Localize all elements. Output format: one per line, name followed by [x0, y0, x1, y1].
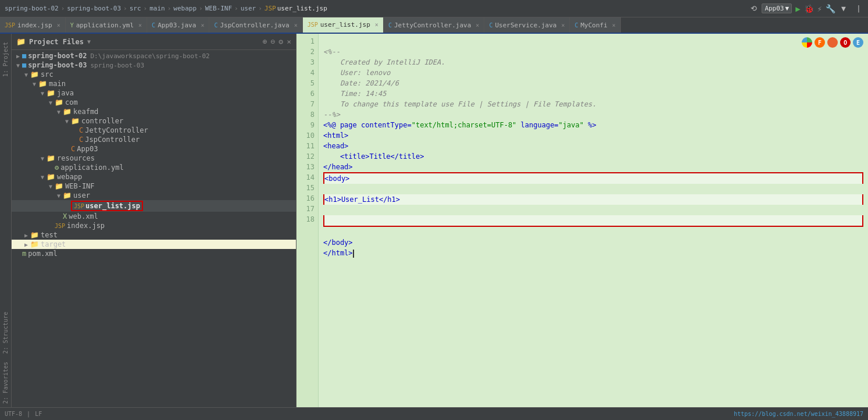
tree-item-user-list-jsp[interactable]: ▶ JSP user_list.jsp — [12, 200, 296, 212]
tree-label-keafmd: keafmd — [73, 108, 98, 116]
yml-icon: ⚙ — [55, 163, 59, 172]
tree-item-resources[interactable]: ▼ 📁 resources — [12, 154, 296, 163]
tab-jspcontroller-java[interactable]: C JspController.java × — [209, 17, 302, 33]
breadcrumb-src[interactable]: src — [130, 5, 141, 12]
tab-label-index-jsp: index.jsp — [17, 22, 52, 29]
tree-item-web-xml[interactable]: ▶ X web.xml — [12, 212, 296, 221]
tree-item-webapp[interactable]: ▼ 📁 webapp — [12, 172, 296, 181]
debug-button[interactable]: 🐞 — [804, 4, 814, 13]
profile-button[interactable]: 🔧 — [826, 4, 835, 13]
breadcrumb-file[interactable]: JSPuser_list.jsp — [265, 5, 327, 12]
tree-item-controller[interactable]: ▼ 📁 controller — [12, 116, 296, 126]
tree-arrow-keafmd[interactable]: ▼ — [55, 109, 63, 115]
tree-item-test[interactable]: ▶ 📁 test — [12, 230, 296, 240]
tab-jettycontroller-java[interactable]: C JettyController.java × — [384, 17, 485, 33]
tree-item-jspcontroller[interactable]: ▶ C JspController — [12, 135, 296, 144]
tree-item-webinf[interactable]: ▼ 📁 WEB-INF — [12, 181, 296, 191]
tree-arrow-spring-boot-02[interactable]: ▶ — [14, 53, 22, 59]
tree-arrow-main[interactable]: ▼ — [30, 81, 38, 87]
line-num-2: 2 — [299, 47, 315, 57]
code-editor[interactable]: <%-- Created by IntelliJ IDEA. User: len… — [319, 34, 868, 407]
tree-item-com[interactable]: ▼ 📁 com — [12, 98, 296, 107]
status-url[interactable]: https://blog.csdn.net/weixin_43888917 — [734, 411, 863, 417]
run-button[interactable]: ▶ — [795, 4, 800, 13]
project-dropdown-icon[interactable]: ▼ — [87, 38, 91, 45]
sidebar-favorites-label[interactable]: 2: Favorites — [1, 358, 10, 407]
locate-icon[interactable]: ⊕ — [263, 37, 267, 46]
folder-icon-keafmd: 📁 — [63, 108, 72, 116]
tree-item-spring-boot-02[interactable]: ▶ ■ spring-boot-02 D:\javaworkspace\spri… — [12, 51, 296, 60]
breadcrumb-spring-boot-02[interactable]: spring-boot-02 — [5, 5, 59, 12]
line-18 — [323, 259, 327, 268]
tree-item-index-jsp2[interactable]: ▶ JSP index.jsp — [12, 221, 296, 230]
tab-icon-user-list: JSP — [308, 22, 318, 28]
tab-close-application-yml[interactable]: × — [138, 22, 142, 29]
tree-item-application-yml[interactable]: ▶ ⚙ application.yml — [12, 163, 296, 172]
tree-arrow-test[interactable]: ▶ — [22, 232, 30, 239]
tree-arrow-target[interactable]: ▶ — [22, 241, 30, 248]
editor-content[interactable]: 1 2 3 4 5 6 7 8 9 10 11 12 13 14 15 16 1… — [297, 34, 868, 407]
tab-close-myconfi[interactable]: × — [612, 22, 616, 29]
tab-close-jettycontroller[interactable]: × — [476, 22, 479, 29]
tab-close-app03[interactable]: × — [201, 22, 204, 29]
tree-item-main[interactable]: ▼ 📁 main — [12, 79, 296, 88]
close-panel-icon[interactable]: × — [287, 37, 291, 46]
tab-application-yml[interactable]: Y application.yml × — [66, 17, 147, 33]
tab-close-userservice[interactable]: × — [561, 22, 565, 29]
tree-arrow-resources[interactable]: ▼ — [38, 155, 47, 162]
tree-label-main: main — [49, 80, 66, 88]
tree-label-app03: App03 — [77, 145, 98, 153]
tab-userservice-java[interactable]: C UserService.java × — [484, 17, 570, 33]
tree-arrow-java-folder[interactable]: ▼ — [38, 90, 47, 97]
breadcrumb-user[interactable]: user — [241, 5, 256, 12]
settings-icon[interactable]: | — [854, 4, 863, 13]
more-run-icon[interactable]: ▼ — [839, 4, 848, 13]
tree-item-jettycontroller[interactable]: ▶ C JettyController — [12, 126, 296, 135]
breadcrumb-webapp[interactable]: webapp — [173, 5, 197, 12]
safari-icon[interactable] — [827, 37, 838, 48]
editor-area[interactable]: F O E 1 2 3 4 5 6 7 8 9 10 11 12 13 14 1… — [297, 34, 868, 407]
tree-arrow-com[interactable]: ▼ — [47, 99, 55, 106]
breadcrumb-main[interactable]: main — [149, 5, 165, 12]
file-icon: JSP — [265, 5, 276, 12]
tab-index-jsp[interactable]: JSP index.jsp × — [0, 17, 66, 33]
tab-app03-java[interactable]: C App03.java × — [147, 17, 209, 33]
tree-item-user[interactable]: ▼ 📁 user — [12, 191, 296, 200]
tab-close-index-jsp[interactable]: × — [57, 22, 60, 29]
sidebar-structure-label[interactable]: 2: Structure — [1, 308, 10, 357]
tab-close-user-list[interactable]: × — [375, 22, 378, 28]
tree-arrow-webinf[interactable]: ▼ — [47, 183, 55, 190]
chrome-icon[interactable] — [802, 37, 812, 48]
breadcrumb-webinf[interactable]: WEB-INF — [205, 5, 232, 12]
tree-label-resources: resources — [57, 154, 95, 162]
revert-icon[interactable]: ⟲ — [749, 4, 758, 13]
tab-icon-jspcontroller: C — [214, 22, 217, 29]
tree-arrow-src[interactable]: ▼ — [22, 72, 30, 78]
edge-icon[interactable]: E — [853, 37, 863, 48]
firefox-icon[interactable]: F — [815, 37, 825, 48]
sidebar-project-label[interactable]: 1: Project — [1, 38, 10, 80]
coverage-button[interactable]: ⚡ — [817, 4, 822, 13]
tree-item-src[interactable]: ▼ 📁 src — [12, 70, 296, 79]
run-config-selector[interactable]: App03 ▼ — [762, 3, 792, 13]
tree-item-pom-xml[interactable]: ▶ m pom.xml — [12, 249, 296, 258]
tab-user-list-jsp[interactable]: JSP user_list.jsp × — [303, 17, 384, 33]
collapse-icon[interactable]: ⊖ — [271, 37, 276, 46]
opera-icon[interactable]: O — [840, 37, 851, 48]
tree-item-java-folder[interactable]: ▼ 📁 java — [12, 88, 296, 98]
tree-item-spring-boot-03[interactable]: ▼ ■ spring-boot-03 spring-boot-03 — [12, 60, 296, 70]
tree-arrow-webapp[interactable]: ▼ — [38, 174, 47, 180]
tab-label-userservice: UserService.java — [495, 22, 556, 29]
tree-item-app03[interactable]: ▶ C App03 — [12, 144, 296, 154]
settings-project-icon[interactable]: ⚙ — [278, 37, 283, 46]
tree-item-keafmd[interactable]: ▼ 📁 keafmd — [12, 107, 296, 116]
tree-item-target[interactable]: ▶ 📁 target — [12, 240, 296, 249]
tree-arrow-controller[interactable]: ▼ — [63, 118, 71, 124]
tree-arrow-spring-boot-03[interactable]: ▼ — [14, 62, 22, 69]
line-num-5: 5 — [299, 78, 315, 88]
tab-close-jspcontroller[interactable]: × — [294, 22, 298, 29]
tab-label-jspcontroller: JspController.java — [220, 22, 289, 29]
breadcrumb-spring-boot-03[interactable]: spring-boot-03 — [67, 5, 121, 12]
tree-arrow-user[interactable]: ▼ — [55, 193, 63, 199]
tab-myconfi-java[interactable]: C MyConfi × — [570, 17, 620, 33]
